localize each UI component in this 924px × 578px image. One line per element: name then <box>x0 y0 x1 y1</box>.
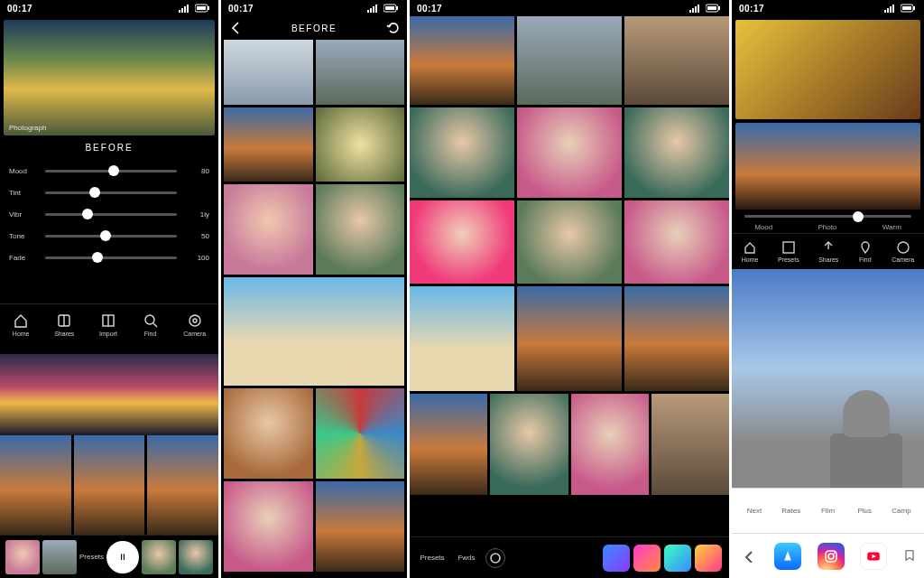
preview-upper[interactable] <box>735 20 920 119</box>
slider-track[interactable] <box>45 191 177 194</box>
clock: 00:17 <box>7 4 32 14</box>
slider-label: Fade <box>9 254 38 262</box>
share-photo[interactable] <box>732 269 924 488</box>
bookmark-button[interactable] <box>902 548 917 564</box>
filter-button[interactable] <box>695 545 722 572</box>
slider-knob[interactable] <box>108 165 119 176</box>
app-appstore[interactable] <box>774 543 801 570</box>
adjust-label: Warm <box>882 223 901 231</box>
thumb[interactable] <box>316 481 405 572</box>
nav-shares[interactable]: Shares <box>54 312 74 337</box>
app-youtube[interactable] <box>860 543 887 570</box>
thumb[interactable] <box>74 435 145 535</box>
thumb[interactable] <box>624 16 729 105</box>
chevron-left-icon <box>228 20 243 34</box>
thumb[interactable] <box>224 277 404 386</box>
slider-knob[interactable] <box>82 209 93 219</box>
battery-icon <box>195 4 211 13</box>
clock: 00:17 <box>739 4 764 14</box>
slider-track[interactable] <box>744 215 911 218</box>
slider-track[interactable] <box>45 235 177 238</box>
slider-knob[interactable] <box>853 211 864 222</box>
nav-home[interactable]: Home <box>742 240 759 263</box>
thumb[interactable] <box>624 286 729 391</box>
thumb[interactable] <box>0 435 71 535</box>
thumb[interactable] <box>517 200 622 284</box>
thumb[interactable] <box>224 40 313 105</box>
nav-label: Find <box>144 331 157 337</box>
thumb[interactable] <box>316 40 405 105</box>
svg-rect-30 <box>892 5 894 13</box>
filter-button[interactable] <box>633 545 661 572</box>
nav-shares[interactable]: Shares <box>818 240 838 263</box>
bookmark-icon <box>902 548 917 563</box>
filter-button[interactable] <box>664 545 691 572</box>
thumb[interactable] <box>410 16 514 105</box>
preview-lower[interactable] <box>735 123 920 210</box>
nav-import[interactable]: Import <box>99 312 117 337</box>
slider-track[interactable] <box>45 256 177 259</box>
thumb[interactable] <box>624 107 729 198</box>
thumb[interactable] <box>517 286 622 391</box>
nav-camera[interactable]: Camera <box>183 312 206 337</box>
filter-button[interactable] <box>603 545 630 572</box>
hero-preview[interactable]: Photograph <box>4 20 215 135</box>
thumb[interactable] <box>410 200 514 284</box>
thumb[interactable] <box>624 200 729 284</box>
nav-camera[interactable]: Camera <box>892 240 914 263</box>
thumb[interactable] <box>316 107 405 182</box>
nav-bar: Home Presets Shares Find Camera <box>732 233 924 269</box>
svg-rect-20 <box>692 8 694 13</box>
thumb[interactable] <box>316 184 405 275</box>
slider-track[interactable] <box>45 170 177 172</box>
thumb[interactable] <box>651 394 729 495</box>
search-icon <box>143 312 159 329</box>
nav-find[interactable]: Find <box>858 240 873 263</box>
slider-knob[interactable] <box>89 187 100 198</box>
thumb[interactable] <box>224 184 313 275</box>
svg-rect-1 <box>181 8 183 13</box>
thumb[interactable] <box>224 107 313 182</box>
preset-thumb[interactable] <box>179 540 213 574</box>
pin-icon <box>858 240 873 255</box>
preset-thumb[interactable] <box>42 540 77 574</box>
prev-button[interactable] <box>739 546 759 566</box>
preset-thumb[interactable] <box>142 540 176 574</box>
thumb[interactable] <box>147 435 218 535</box>
nav-find[interactable]: Find <box>143 312 159 337</box>
nav-home[interactable]: Home <box>13 312 30 337</box>
slider-knob[interactable] <box>100 230 111 241</box>
nav-label: Find <box>859 256 872 263</box>
svg-rect-12 <box>367 10 369 13</box>
thumb[interactable] <box>316 388 405 479</box>
slider-row: Mood 80 <box>9 160 209 182</box>
slider-track[interactable] <box>45 213 177 216</box>
photo-grid <box>221 40 407 578</box>
slider-knob[interactable] <box>92 252 103 263</box>
thumb[interactable] <box>490 394 568 495</box>
thumb[interactable] <box>571 394 649 495</box>
svg-rect-17 <box>396 6 398 10</box>
thumb[interactable] <box>224 388 313 479</box>
hero-caption: Photograph <box>9 124 46 132</box>
back-button[interactable] <box>228 20 243 36</box>
thumb[interactable] <box>410 394 487 495</box>
app-instagram[interactable] <box>818 543 845 570</box>
nav-presets[interactable]: Presets <box>778 240 799 263</box>
preset-thumb[interactable] <box>5 540 40 574</box>
capture-button[interactable]: ⏸ <box>106 541 139 573</box>
bottom-label: Presets <box>417 554 448 562</box>
youtube-icon <box>865 548 882 564</box>
thumb[interactable] <box>410 107 514 198</box>
thumb[interactable] <box>410 286 514 391</box>
thumb[interactable] <box>517 107 622 198</box>
refresh-button[interactable] <box>385 20 400 36</box>
lowbar-label: Next <box>739 507 770 515</box>
thumb[interactable] <box>0 354 218 435</box>
clock: 00:17 <box>417 4 442 14</box>
tune-button[interactable] <box>485 548 505 568</box>
thumb[interactable] <box>224 481 313 572</box>
battery-icon <box>901 4 917 13</box>
status-bar: 00:17 <box>410 0 729 16</box>
thumb[interactable] <box>517 16 622 105</box>
